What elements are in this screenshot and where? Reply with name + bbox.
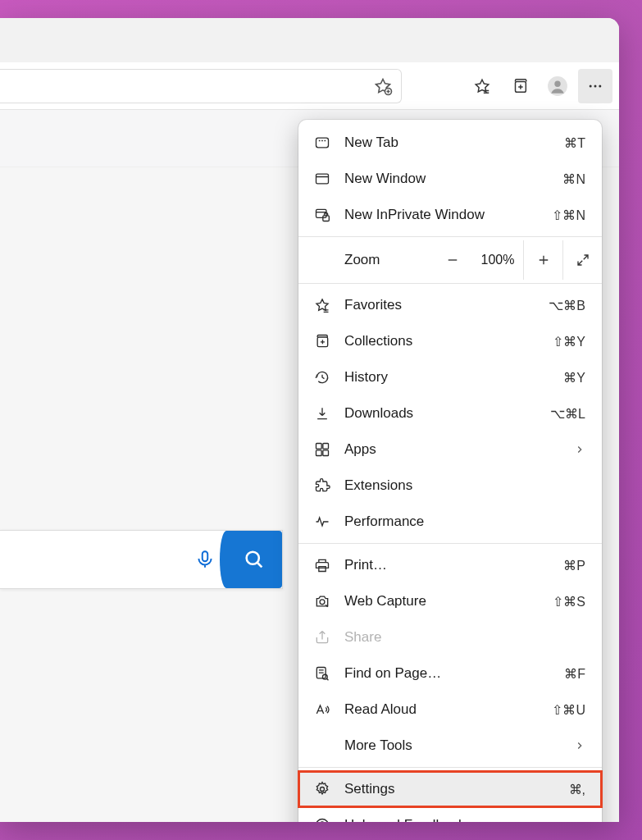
svg-point-3 [554, 81, 560, 87]
menu-label: Apps [344, 441, 561, 458]
menu-item-performance[interactable]: Performance [298, 504, 602, 540]
menu-separator [298, 767, 602, 768]
menu-label: Help and Feedback [344, 817, 561, 822]
menu-item-extensions[interactable]: Extensions [298, 468, 602, 504]
zoom-out-button[interactable] [433, 240, 472, 280]
menu-shortcut: ⌘F [564, 666, 585, 682]
svg-point-5 [594, 85, 597, 88]
read-aloud-icon [313, 701, 331, 719]
chevron-right-icon [574, 819, 585, 822]
apps-icon [313, 441, 331, 459]
download-icon [313, 404, 331, 422]
svg-rect-17 [323, 450, 329, 456]
menu-item-favorites[interactable]: Favorites ⌥⌘B [298, 287, 602, 323]
menu-label: Settings [344, 781, 556, 797]
page-search-bar [0, 530, 283, 589]
collections-button[interactable] [503, 69, 537, 103]
menu-separator [298, 283, 602, 284]
favorites-button[interactable] [465, 69, 499, 103]
svg-rect-15 [323, 444, 329, 450]
menu-label: Performance [344, 514, 585, 530]
menu-label: Web Capture [344, 593, 540, 609]
address-bar[interactable] [0, 69, 402, 103]
menu-item-new-tab[interactable]: New Tab ⌘T [298, 125, 602, 161]
svg-point-18 [320, 600, 325, 605]
svg-rect-7 [203, 551, 208, 561]
add-favorite-icon[interactable] [373, 76, 393, 96]
menu-label: Share [344, 629, 585, 646]
menu-shortcut: ⌘T [564, 135, 585, 151]
print-icon [313, 556, 331, 574]
menu-label: History [344, 369, 550, 386]
menu-label: Favorites [344, 297, 535, 313]
tab-icon [313, 134, 331, 152]
menu-label: More Tools [344, 737, 561, 754]
window-icon [313, 170, 331, 188]
menu-label: Read Aloud [344, 701, 539, 718]
menu-item-inprivate[interactable]: New InPrivate Window ⇧⌘N [298, 197, 602, 233]
menu-label: New Window [344, 171, 549, 187]
menu-separator [298, 236, 602, 237]
menu-item-history[interactable]: History ⌘Y [298, 359, 602, 395]
search-button[interactable] [226, 531, 282, 588]
inprivate-icon [313, 206, 331, 224]
chevron-right-icon [574, 740, 585, 751]
camera-icon [313, 592, 331, 610]
menu-item-find[interactable]: Find on Page… ⌘F [298, 655, 602, 692]
menu-item-collections[interactable]: Collections ⇧⌘Y [298, 323, 602, 359]
performance-icon [313, 513, 331, 531]
menu-shortcut: ⌘, [569, 782, 585, 797]
menu-shortcut: ⌘N [562, 171, 585, 187]
svg-rect-16 [316, 450, 322, 456]
menu-shortcut: ⇧⌘U [552, 702, 585, 718]
menu-item-settings[interactable]: Settings ⌘, [298, 771, 602, 807]
search-input[interactable] [0, 531, 184, 588]
history-icon [313, 368, 331, 386]
svg-rect-9 [316, 138, 329, 148]
menu-item-more-tools[interactable]: More Tools [298, 728, 602, 764]
menu-shortcut: ⌥⌘L [550, 406, 585, 422]
menu-separator [298, 543, 602, 544]
menu-label: New Tab [344, 135, 551, 151]
svg-rect-14 [316, 444, 322, 450]
menu-shortcut: ⇧⌘S [553, 594, 585, 609]
menu-shortcut: ⇧⌘Y [553, 334, 585, 349]
menu-item-help[interactable]: Help and Feedback [298, 807, 602, 822]
extensions-icon [313, 477, 331, 495]
svg-point-6 [599, 85, 601, 88]
menu-label: Find on Page… [344, 665, 551, 682]
menu-item-print[interactable]: Print… ⌘P [298, 547, 602, 583]
svg-point-21 [321, 788, 325, 792]
menu-shortcut: ⌥⌘B [549, 298, 585, 313]
chevron-right-icon [574, 444, 585, 455]
find-icon [313, 664, 331, 682]
settings-menu: New Tab ⌘T New Window ⌘N New InPrivate W… [298, 120, 602, 822]
zoom-in-button[interactable] [523, 240, 562, 280]
svg-point-4 [590, 85, 592, 88]
tab-strip [0, 18, 619, 62]
zoom-label: Zoom [344, 252, 433, 268]
gear-icon [313, 780, 331, 798]
menu-item-apps[interactable]: Apps [298, 431, 602, 468]
profile-button[interactable] [540, 69, 575, 103]
browser-window: New Tab ⌘T New Window ⌘N New InPrivate W… [0, 18, 619, 822]
menu-item-share: Share [298, 619, 602, 655]
fullscreen-button[interactable] [562, 240, 602, 280]
toolbar [0, 62, 619, 110]
share-icon [313, 628, 331, 646]
menu-label: Collections [344, 333, 540, 349]
zoom-value: 100% [472, 253, 523, 267]
help-icon [313, 816, 331, 822]
menu-shortcut: ⇧⌘N [552, 208, 585, 223]
menu-item-new-window[interactable]: New Window ⌘N [298, 161, 602, 197]
menu-item-read-aloud[interactable]: Read Aloud ⇧⌘U [298, 692, 602, 728]
menu-item-downloads[interactable]: Downloads ⌥⌘L [298, 395, 602, 431]
menu-label: Extensions [344, 477, 585, 494]
menu-item-zoom: Zoom 100% [298, 240, 602, 280]
menu-item-web-capture[interactable]: Web Capture ⇧⌘S [298, 583, 602, 619]
more-button[interactable] [578, 69, 612, 103]
menu-shortcut: ⌘P [563, 558, 585, 573]
blank-icon [313, 737, 331, 755]
menu-label: New InPrivate Window [344, 207, 539, 223]
collections-icon [313, 332, 331, 350]
